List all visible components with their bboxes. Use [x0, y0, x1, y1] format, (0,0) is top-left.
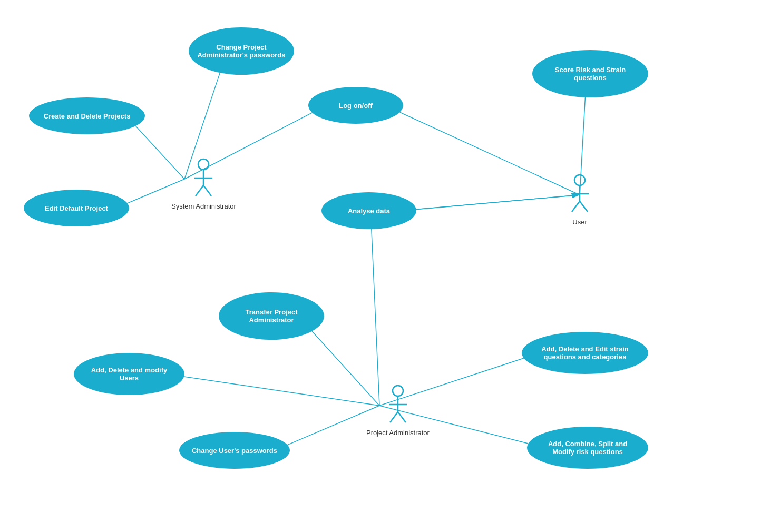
- node-analyse_data: Analyse data: [321, 192, 416, 229]
- svg-line-5: [400, 112, 580, 195]
- svg-line-13: [372, 229, 379, 406]
- actor-project_admin: Project Administrator: [366, 385, 430, 437]
- svg-line-24: [580, 201, 588, 212]
- actor-label-project_admin: Project Administrator: [366, 429, 430, 437]
- node-log_on_off: Log on/off: [308, 87, 403, 124]
- node-add_delete_users: Add, Delete and modify Users: [74, 353, 184, 395]
- node-score_risk: Score Risk and Strain questions: [532, 50, 648, 97]
- svg-line-28: [390, 412, 398, 422]
- svg-point-25: [393, 386, 403, 396]
- actor-user: User: [567, 174, 593, 226]
- svg-point-20: [574, 175, 585, 185]
- node-change_user_passwords: Change User's passwords: [179, 432, 290, 469]
- svg-line-29: [398, 412, 406, 422]
- svg-line-11: [287, 406, 379, 445]
- svg-line-9: [184, 377, 379, 406]
- svg-line-23: [572, 201, 580, 212]
- node-create_delete_projects: Create and Delete Projects: [29, 97, 145, 134]
- svg-line-19: [203, 185, 211, 196]
- svg-line-14: [416, 195, 580, 209]
- svg-point-15: [198, 159, 209, 170]
- node-add_delete_strain: Add, Delete and Edit strain questions an…: [522, 332, 648, 374]
- diagram-container: Change Project Administrator's passwords…: [0, 0, 761, 532]
- svg-line-7: [416, 195, 580, 209]
- actor-label-user: User: [572, 218, 587, 226]
- node-edit_default: Edit Default Project: [24, 190, 129, 226]
- connections-svg: [0, 0, 761, 532]
- node-add_combine_risk: Add, Combine, Split and Modify risk ques…: [527, 427, 648, 469]
- node-transfer_project: Transfer Project Administrator: [219, 292, 324, 340]
- node-change_passwords: Change Project Administrator's passwords: [189, 27, 294, 75]
- actor-system_admin: System Administrator: [171, 158, 236, 210]
- svg-line-18: [196, 185, 203, 196]
- actor-label-system_admin: System Administrator: [171, 202, 236, 210]
